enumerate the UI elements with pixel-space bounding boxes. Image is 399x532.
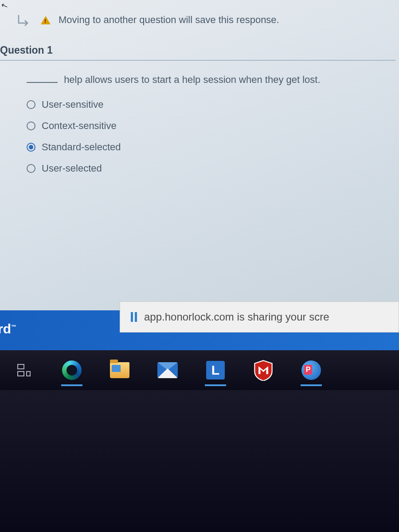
share-notification-text: app.honorlock.com is sharing your scre: [144, 311, 329, 323]
radio-icon-selected[interactable]: [27, 143, 35, 152]
pearson-icon[interactable]: [301, 360, 322, 381]
question-header: Question 1: [0, 35, 395, 61]
mcafee-icon[interactable]: [253, 360, 274, 381]
task-view-icon[interactable]: [13, 360, 35, 381]
pause-icon: [131, 312, 137, 322]
edge-browser-icon[interactable]: [61, 360, 82, 381]
file-explorer-icon[interactable]: [109, 360, 130, 381]
answer-options: User-sensitive Context-sensitive Standar…: [27, 99, 390, 174]
mail-icon[interactable]: [157, 360, 178, 381]
question-text-content: help allows users to start a help sessio…: [64, 74, 320, 85]
radio-icon[interactable]: [27, 100, 35, 109]
question-prompt: help allows users to start a help sessio…: [27, 74, 390, 86]
quiz-content-area: ↖ Moving to another question will save t…: [0, 0, 399, 319]
option-label: User-selected: [42, 163, 102, 174]
active-indicator: [205, 384, 226, 386]
desk-surface: [0, 390, 399, 532]
trademark-symbol: ™: [11, 324, 16, 330]
warning-text: Moving to another question will save thi…: [59, 14, 279, 26]
warning-banner: Moving to another question will save thi…: [0, 0, 399, 35]
radio-icon[interactable]: [27, 121, 35, 130]
nav-arrow-container: [18, 13, 33, 27]
option-1[interactable]: User-sensitive: [27, 99, 390, 110]
brand-fragment: rd™: [0, 321, 16, 336]
option-label: Standard-selected: [42, 141, 121, 153]
active-indicator: [301, 384, 322, 386]
active-indicator: [61, 384, 82, 386]
warning-icon: [41, 16, 51, 24]
radio-icon[interactable]: [27, 164, 35, 173]
option-label: User-sensitive: [42, 99, 103, 110]
lockdown-browser-icon[interactable]: L: [205, 360, 226, 381]
next-arrow-icon[interactable]: [18, 13, 33, 27]
option-3[interactable]: Standard-selected: [27, 141, 390, 153]
option-4[interactable]: User-selected: [27, 163, 390, 174]
question-body: help allows users to start a help sessio…: [0, 61, 399, 193]
fill-blank: [27, 82, 58, 83]
option-2[interactable]: Context-sensitive: [27, 120, 390, 132]
windows-taskbar: L: [0, 350, 399, 390]
screen-share-notification[interactable]: app.honorlock.com is sharing your scre: [120, 301, 399, 332]
option-label: Context-sensitive: [42, 120, 117, 132]
